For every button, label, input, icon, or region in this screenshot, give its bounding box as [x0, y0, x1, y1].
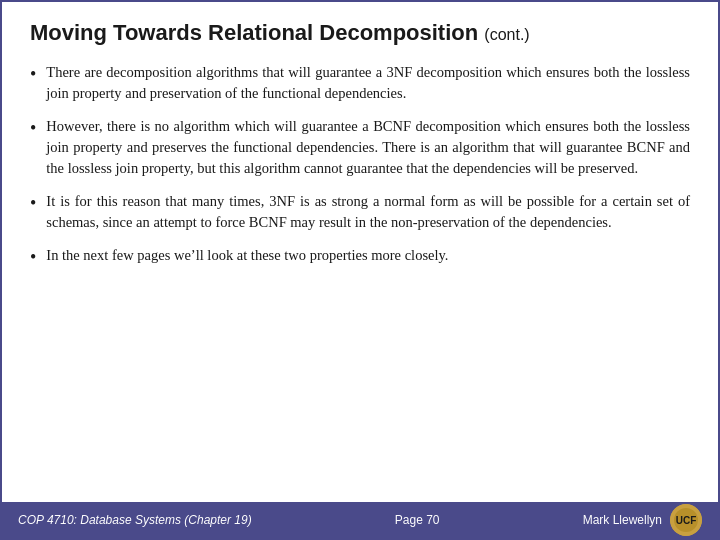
bullet-dot-2: • [30, 116, 36, 141]
bullet-item-3: • It is for this reason that many times,… [30, 191, 690, 233]
bullet-item-2: • However, there is no algorithm which w… [30, 116, 690, 179]
bullet-text-1: There are decomposition algorithms that … [46, 62, 690, 104]
bullet-text-3: It is for this reason that many times, 3… [46, 191, 690, 233]
slide: Moving Towards Relational Decomposition … [0, 0, 720, 540]
bullet-item-1: • There are decomposition algorithms tha… [30, 62, 690, 104]
footer-author: Mark Llewellyn [583, 513, 662, 527]
ucf-logo: UCF [670, 504, 702, 536]
svg-text:UCF: UCF [676, 515, 697, 526]
footer-page: Page 70 [395, 513, 440, 527]
bullet-list: • There are decomposition algorithms tha… [30, 62, 690, 270]
title-main: Moving Towards Relational Decomposition [30, 20, 478, 45]
slide-footer: COP 4710: Database Systems (Chapter 19) … [2, 502, 718, 538]
slide-title: Moving Towards Relational Decomposition … [30, 20, 690, 46]
title-cont: (cont.) [484, 26, 529, 43]
footer-right: Mark Llewellyn UCF [583, 504, 702, 536]
bullet-dot-3: • [30, 191, 36, 216]
bullet-text-2: However, there is no algorithm which wil… [46, 116, 690, 179]
bullet-dot-1: • [30, 62, 36, 87]
bullet-text-4: In the next few pages we’ll look at thes… [46, 245, 448, 266]
slide-content: Moving Towards Relational Decomposition … [2, 2, 718, 502]
bullet-dot-4: • [30, 245, 36, 270]
footer-course: COP 4710: Database Systems (Chapter 19) [18, 513, 252, 527]
bullet-item-4: • In the next few pages we’ll look at th… [30, 245, 690, 270]
